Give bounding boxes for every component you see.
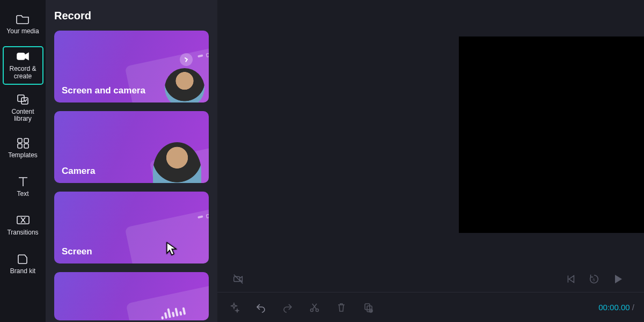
redo-button[interactable] (281, 301, 295, 314)
rail-item-label: Record & create (5, 65, 41, 80)
sparkle-button[interactable] (227, 301, 241, 314)
svg-rect-4 (24, 138, 28, 143)
timeline-toolbar: 00:00.00 / (217, 292, 644, 322)
rail-item-label: Brand kit (10, 268, 35, 275)
rail-item-label: Content library (4, 108, 42, 123)
rail-item-record-create[interactable]: Record & create (3, 46, 43, 85)
svg-point-10 (311, 309, 313, 311)
record-option-screen[interactable]: Screen (54, 192, 209, 264)
svg-rect-3 (18, 138, 22, 143)
video-preview[interactable] (459, 36, 644, 233)
rail-item-text[interactable]: Text (3, 170, 43, 203)
rail-item-label: Templates (8, 152, 38, 159)
record-option-screen-and-camera[interactable]: Screen and camera (54, 31, 209, 103)
person-avatar-icon (165, 68, 204, 103)
record-options: Screen and camera Camera Screen (54, 31, 209, 320)
rail-item-content-library[interactable]: Content library (3, 90, 43, 127)
folder-icon (16, 13, 30, 25)
timecode: 00:00.00 / (598, 303, 634, 312)
svg-rect-5 (18, 144, 22, 148)
transitions-icon (16, 214, 30, 226)
delete-button[interactable] (334, 301, 348, 314)
record-option-label: Camera (62, 166, 95, 177)
player-controls: 5 (217, 266, 644, 292)
window-thumbnail-icon (125, 209, 209, 264)
split-button[interactable] (308, 301, 321, 314)
panel-title: Record (54, 10, 209, 22)
undo-button[interactable] (254, 301, 268, 314)
play-button[interactable] (609, 270, 627, 288)
video-camera-icon (16, 50, 30, 62)
skip-start-button[interactable] (561, 270, 580, 288)
rail-item-templates[interactable]: Templates (3, 131, 43, 165)
svg-text:5: 5 (592, 277, 595, 282)
record-panel: Record Screen and camera Camera Screen (46, 0, 217, 322)
camera-off-icon[interactable] (229, 270, 247, 288)
timecode-current: 00:00.00 (598, 303, 630, 312)
record-option-next[interactable] (54, 272, 209, 320)
main-area: 5 00:00.00 / (217, 0, 644, 322)
text-icon (16, 175, 30, 187)
timecode-separator: / (632, 303, 634, 312)
rewind-5-button[interactable]: 5 (585, 270, 603, 288)
svg-rect-1 (18, 95, 24, 101)
svg-rect-6 (24, 144, 28, 148)
rail-item-transitions[interactable]: Transitions (3, 209, 43, 242)
svg-rect-0 (17, 53, 25, 60)
rail-item-your-media[interactable]: Your media (3, 8, 43, 41)
rail-item-brand-kit[interactable]: Brand kit (3, 247, 43, 281)
record-option-camera[interactable]: Camera (54, 111, 209, 183)
canvas-area (217, 0, 644, 266)
brand-kit-icon (16, 253, 30, 265)
rail-item-label: Text (17, 191, 28, 198)
rail-item-label: Your media (6, 28, 39, 35)
templates-icon (16, 137, 30, 149)
person-avatar-icon (153, 142, 201, 183)
record-option-label: Screen and camera (62, 85, 145, 96)
left-rail: Your media Record & create Content libra… (0, 0, 46, 322)
rail-item-label: Transitions (7, 229, 38, 237)
svg-point-11 (316, 309, 319, 311)
content-library-icon (16, 93, 30, 105)
duplicate-button[interactable] (361, 301, 375, 314)
record-option-label: Screen (62, 246, 92, 257)
